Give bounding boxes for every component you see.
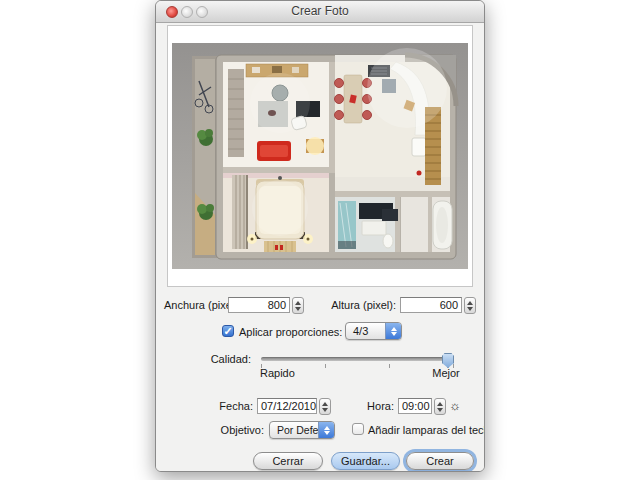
window-title: Crear Foto (156, 4, 484, 18)
width-label: Anchura (pixel): (164, 299, 226, 311)
quality-min-label: Rapido (260, 367, 295, 379)
date-stepper[interactable] (319, 398, 331, 415)
lens-combobox[interactable]: Por Defecto (269, 421, 335, 439)
width-stepper[interactable] (292, 297, 304, 314)
width-field[interactable]: 800 (228, 297, 290, 313)
stepper-up-icon[interactable] (437, 402, 443, 406)
stepper-down-icon[interactable] (437, 408, 443, 412)
ratio-value: 4/3 (346, 325, 385, 337)
stepper-up-icon[interactable] (467, 301, 473, 305)
apply-proportions-label: Aplicar proporciones: (239, 326, 342, 338)
stepper-up-icon[interactable] (322, 402, 328, 406)
save-button[interactable]: Guardar... (331, 452, 400, 470)
dialog-content: Anchura (pixel): 800 Altura (pixel): 600… (156, 23, 484, 472)
photo-preview-render (172, 43, 468, 269)
time-stepper[interactable] (434, 398, 446, 415)
time-field[interactable]: 09:00 (398, 398, 432, 414)
height-field[interactable]: 600 (400, 297, 462, 313)
quality-max-label: Mejor (428, 367, 464, 379)
ceiling-light-label: Añadir lamparas del techo (368, 424, 485, 436)
stepper-down-icon[interactable] (295, 307, 301, 311)
slider-track[interactable] (261, 357, 454, 361)
photo-preview-frame (167, 25, 473, 287)
create-photo-dialog: Crear Foto (155, 0, 485, 472)
combo-arrows-icon (385, 323, 401, 339)
slider-tick (325, 364, 326, 368)
title-bar[interactable]: Crear Foto (156, 1, 484, 23)
date-field[interactable]: 07/12/2010 (257, 398, 317, 414)
combo-arrows-icon (318, 422, 334, 438)
stepper-down-icon[interactable] (322, 408, 328, 412)
stepper-up-icon[interactable] (295, 301, 301, 305)
apply-proportions-checkbox[interactable]: ✓ (222, 325, 234, 337)
quality-label: Calidad: (196, 353, 251, 365)
lens-value: Por Defecto (270, 424, 318, 436)
sun-icon: ☼ (449, 398, 461, 413)
date-label: Fecha: (203, 400, 253, 412)
ceiling-light-checkbox[interactable] (352, 423, 364, 435)
close-dialog-button[interactable]: Cerrar (253, 452, 323, 470)
slider-tick (389, 364, 390, 368)
ratio-combobox[interactable]: 4/3 (345, 322, 402, 340)
create-button[interactable]: Crear (406, 452, 474, 470)
check-icon: ✓ (223, 325, 232, 337)
stepper-down-icon[interactable] (467, 307, 473, 311)
height-label: Altura (pixel): (318, 299, 396, 311)
time-label: Hora: (359, 400, 394, 412)
height-stepper[interactable] (464, 297, 476, 314)
lens-label: Objetivo: (204, 424, 264, 436)
